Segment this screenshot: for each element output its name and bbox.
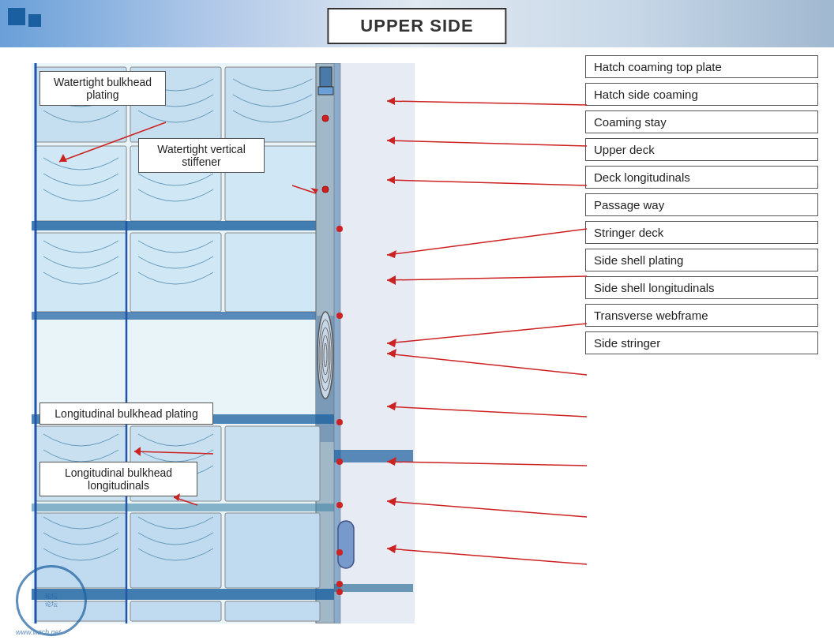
watermark-url: www.wzcb.net	[16, 628, 61, 636]
upper-deck-label: Upper deck	[585, 138, 818, 161]
svg-rect-29	[130, 513, 221, 588]
svg-rect-34	[225, 601, 320, 621]
right-labels-container: Hatch coaming top plate Hatch side coami…	[585, 55, 818, 354]
transverse-webframe-label: Transverse webframe	[585, 304, 818, 327]
deck-longitudinals-label: Deck longitudinals	[585, 166, 818, 189]
svg-rect-14	[318, 87, 333, 95]
svg-point-16	[322, 186, 329, 193]
watermark-circle: 轮坛论坛	[16, 565, 87, 636]
svg-rect-26	[225, 426, 320, 501]
svg-rect-10	[225, 233, 320, 312]
blue-square-2	[28, 14, 41, 27]
svg-rect-30	[225, 513, 320, 588]
watermark-text: 轮坛论坛	[45, 593, 58, 609]
diagram-area: Watertight bulkhead plating Watertight v…	[0, 47, 834, 644]
svg-rect-27	[32, 504, 336, 511]
svg-rect-8	[36, 233, 126, 312]
passage-way-label: Passage way	[585, 193, 818, 216]
svg-rect-4	[36, 146, 126, 221]
stringer-deck-label: Stringer deck	[585, 221, 818, 244]
svg-rect-7	[32, 221, 336, 230]
svg-rect-38	[334, 584, 413, 592]
page-container: UPPER SIDE	[0, 0, 834, 644]
svg-point-45	[336, 549, 343, 556]
svg-rect-33	[130, 601, 221, 621]
watermark: 轮坛论坛 www.wzcb.net	[12, 569, 99, 632]
svg-rect-3	[225, 67, 320, 142]
svg-point-47	[336, 589, 343, 595]
svg-point-18	[317, 312, 333, 399]
svg-rect-11	[32, 312, 336, 320]
svg-rect-13	[320, 67, 332, 87]
header-bar: UPPER SIDE	[0, 0, 834, 47]
svg-point-41	[336, 313, 343, 319]
svg-point-40	[336, 226, 343, 232]
svg-point-42	[336, 419, 343, 425]
svg-point-44	[336, 502, 343, 508]
svg-point-15	[322, 115, 329, 122]
coaming-stay-label: Coaming stay	[585, 110, 818, 133]
page-title: UPPER SIDE	[360, 16, 473, 36]
svg-rect-9	[130, 233, 221, 312]
side-shell-plating-label: Side shell plating	[585, 249, 818, 271]
svg-rect-37	[334, 450, 413, 462]
svg-rect-39	[338, 521, 354, 568]
title-box: UPPER SIDE	[327, 8, 506, 44]
blue-square-1	[8, 8, 25, 25]
svg-point-43	[336, 459, 343, 465]
side-stringer-label: Side stringer	[585, 331, 818, 354]
hatch-side-coaming-label: Hatch side coaming	[585, 83, 818, 106]
svg-point-46	[336, 581, 343, 587]
side-shell-longitudinals-label: Side shell longitudinals	[585, 276, 818, 299]
hatch-coaming-top-plate-label: Hatch coaming top plate	[585, 55, 818, 78]
